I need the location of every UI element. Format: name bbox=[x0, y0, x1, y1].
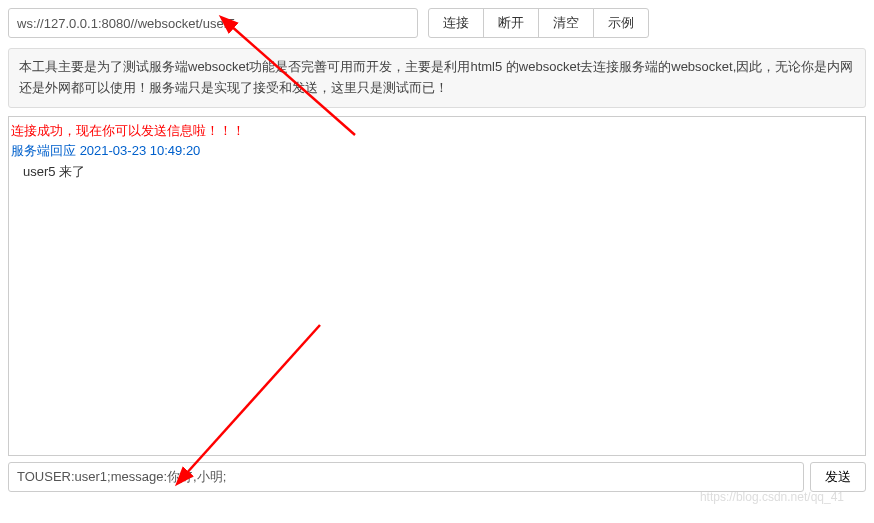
clear-button[interactable]: 清空 bbox=[538, 8, 594, 38]
message-input[interactable] bbox=[8, 462, 804, 492]
disconnect-button[interactable]: 断开 bbox=[483, 8, 539, 38]
websocket-url-input[interactable] bbox=[8, 8, 418, 38]
log-output: 连接成功，现在你可以发送信息啦！！！ 服务端回应 2021-03-23 10:4… bbox=[8, 116, 866, 456]
log-message: user5 来了 bbox=[11, 162, 863, 183]
footer-row: 发送 bbox=[8, 462, 866, 492]
header-row: 连接 断开 清空 示例 bbox=[8, 8, 866, 38]
log-timestamp: 2021-03-23 10:49:20 bbox=[80, 143, 201, 158]
connect-button[interactable]: 连接 bbox=[428, 8, 484, 38]
button-group: 连接 断开 清空 示例 bbox=[428, 8, 649, 38]
log-connected-status: 连接成功，现在你可以发送信息啦！！！ bbox=[11, 121, 863, 142]
send-button[interactable]: 发送 bbox=[810, 462, 866, 492]
log-server-reply: 服务端回应 2021-03-23 10:49:20 bbox=[11, 141, 863, 162]
info-description: 本工具主要是为了测试服务端websocket功能是否完善可用而开发，主要是利用h… bbox=[8, 48, 866, 108]
example-button[interactable]: 示例 bbox=[593, 8, 649, 38]
log-server-label: 服务端回应 bbox=[11, 143, 76, 158]
